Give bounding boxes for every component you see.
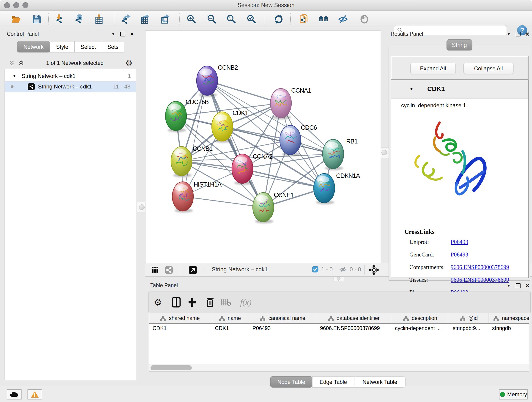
tab-edge-table[interactable]: Edge Table: [312, 376, 354, 388]
export-image-button[interactable]: [160, 14, 171, 25]
zoom-out-button[interactable]: [207, 14, 217, 25]
node-RB1[interactable]: RB1: [323, 138, 358, 170]
warnings-button[interactable]: [27, 389, 42, 400]
table-row[interactable]: CDK1CDK1P064939606.ENSP00000378699cyclin…: [149, 324, 529, 332]
control-panel-menu-icon[interactable]: ▼: [111, 32, 115, 36]
collection-expander-icon[interactable]: ▼: [13, 74, 16, 78]
import-table-from-file-button[interactable]: [94, 14, 104, 25]
edge-CCNB2-CCNA1[interactable]: [207, 81, 281, 103]
tab-select[interactable]: Select: [75, 41, 102, 52]
table-cell: stringdb: [488, 325, 532, 332]
column-header-databaseidentifier[interactable]: database identifier: [317, 313, 391, 323]
crosslink-label: Uniprot:: [409, 239, 451, 245]
right-splitter-handle[interactable]: [380, 147, 389, 158]
crosslink-link[interactable]: 9606.ENSP00000378699: [451, 264, 509, 270]
column-header-canonicalname[interactable]: canonical name: [249, 313, 317, 323]
hide-selected-button[interactable]: [338, 14, 348, 25]
network-row-selected[interactable]: String Network – cdk1 11 48: [5, 81, 136, 92]
bottom-splitter-handle[interactable]: [333, 276, 344, 281]
protein-description: cyclin–dependent kinase 1: [401, 102, 466, 109]
protein-section-header[interactable]: ▼ CDK1: [391, 80, 528, 99]
column-header-sharedname[interactable]: shared name: [149, 313, 211, 323]
edge-CCNB2-CCNE1[interactable]: [207, 81, 263, 207]
save-session-button[interactable]: [32, 14, 42, 25]
tab-sets[interactable]: Sets: [102, 41, 124, 52]
open-in-new-window-icon[interactable]: [188, 265, 198, 275]
results-panel-float-icon[interactable]: [516, 32, 520, 36]
control-panel-float-icon[interactable]: [120, 32, 125, 36]
edge-CCNA2-CDKN1A[interactable]: [242, 169, 324, 188]
tab-string[interactable]: String: [447, 39, 472, 51]
show-columns-icon[interactable]: [170, 296, 183, 309]
protein-expander-icon[interactable]: ▼: [409, 87, 413, 91]
column-settings-gear-icon[interactable]: ⚙: [152, 296, 164, 309]
expand-all-icon[interactable]: [18, 60, 24, 66]
fit-content-crosshair-icon[interactable]: [369, 265, 379, 275]
column-header-namespace[interactable]: namespace: [488, 313, 532, 323]
collapse-all-icon[interactable]: [9, 60, 15, 66]
selected-checkbox-icon[interactable]: [312, 266, 318, 273]
edge-CCNB2-HIST1H1A[interactable]: [183, 81, 207, 196]
tab-style[interactable]: Style: [50, 41, 75, 52]
zoom-fit-button[interactable]: [226, 14, 237, 25]
memory-label: Memory: [507, 391, 527, 398]
scrollbar-thumb[interactable]: [151, 365, 192, 370]
create-column-plus-icon[interactable]: [186, 296, 199, 309]
table-panel-close-icon[interactable]: ×: [526, 284, 529, 288]
table-toolbar: ⚙ f(x): [148, 292, 531, 313]
show-all-button: [359, 14, 370, 25]
toolbar-divider: [114, 13, 114, 25]
results-panel-close-icon[interactable]: ×: [526, 32, 529, 36]
control-panel-close-icon[interactable]: ×: [130, 32, 134, 36]
crosslink-link[interactable]: P06493: [451, 251, 468, 258]
refresh-network-button[interactable]: [273, 14, 284, 25]
tab-network-table[interactable]: Network Table: [354, 376, 405, 388]
column-header-description[interactable]: description: [391, 313, 449, 323]
warning-icon: [31, 391, 39, 398]
results-panel-menu-icon[interactable]: ▼: [507, 32, 511, 36]
node-CDKN1A[interactable]: CDKN1A: [314, 172, 360, 204]
birdseye-grid-icon[interactable]: [150, 265, 160, 275]
export-network-button[interactable]: [121, 14, 132, 25]
import-network-from-file-button[interactable]: [54, 14, 65, 25]
edge-HIST1H1A-CCNE1[interactable]: [183, 196, 263, 207]
table-panel-menu-icon[interactable]: ▼: [507, 283, 511, 288]
network-collection-row[interactable]: ▼ String Network – cdk1 1: [5, 71, 136, 81]
tab-network[interactable]: Network: [17, 41, 50, 52]
expand-all-button[interactable]: Expand All: [410, 63, 456, 74]
memory-button[interactable]: Memory: [499, 389, 528, 400]
collapse-all-button[interactable]: Collapse All: [463, 63, 513, 74]
zoom-in-button[interactable]: [186, 14, 197, 25]
node-CCNE1[interactable]: CCNE1: [253, 191, 294, 223]
table-horizontal-scrollbar[interactable]: [149, 364, 529, 371]
delete-column-trash-icon[interactable]: [204, 296, 216, 309]
crosslink-link[interactable]: P06493: [451, 239, 468, 245]
open-session-button[interactable]: [11, 14, 21, 25]
node-table-grid[interactable]: shared namenamecanonical namedatabase id…: [149, 313, 529, 372]
network-options-gear-icon[interactable]: ⚙: [126, 58, 133, 68]
table-panel-float-icon[interactable]: [516, 283, 520, 288]
window-title: Session: New Session: [0, 2, 532, 8]
network-node-count: 11: [113, 83, 119, 90]
cloud-status-button[interactable]: [7, 389, 22, 400]
node-CCNB1[interactable]: CCNB1: [171, 145, 213, 177]
column-header-name[interactable]: name: [211, 313, 249, 323]
network-canvas[interactable]: CCNB2CCNA1CDC25BCDK1CDC6RB1CCNB1CCNA2CDK…: [145, 31, 380, 263]
node-CCNB2[interactable]: CCNB2: [196, 64, 238, 97]
export-table-button[interactable]: [139, 14, 150, 25]
table-cell: P06493: [249, 325, 317, 332]
clone-network-button[interactable]: [299, 14, 309, 25]
table-cell: cyclin-dependent ...: [391, 325, 449, 332]
current-network-title: String Network – cdk1: [212, 266, 268, 273]
first-neighbors-button[interactable]: [318, 14, 329, 25]
node-CCNA1[interactable]: CCNA1: [270, 87, 311, 119]
main-toolbar: ?: [0, 11, 532, 27]
column-header-id[interactable]: @id: [449, 313, 488, 323]
collection-count: 1: [128, 73, 131, 79]
tab-node-table[interactable]: Node Table: [270, 376, 312, 388]
crosslink-link[interactable]: 9606.ENSP00000378699: [451, 277, 509, 283]
zoom-selected-button[interactable]: [246, 14, 257, 25]
node-HIST1H1A[interactable]: HIST1H1A: [172, 181, 222, 213]
control-panel-tabs: NetworkStyleSelectSets: [17, 41, 124, 52]
import-network-from-database-button[interactable]: [74, 14, 84, 25]
